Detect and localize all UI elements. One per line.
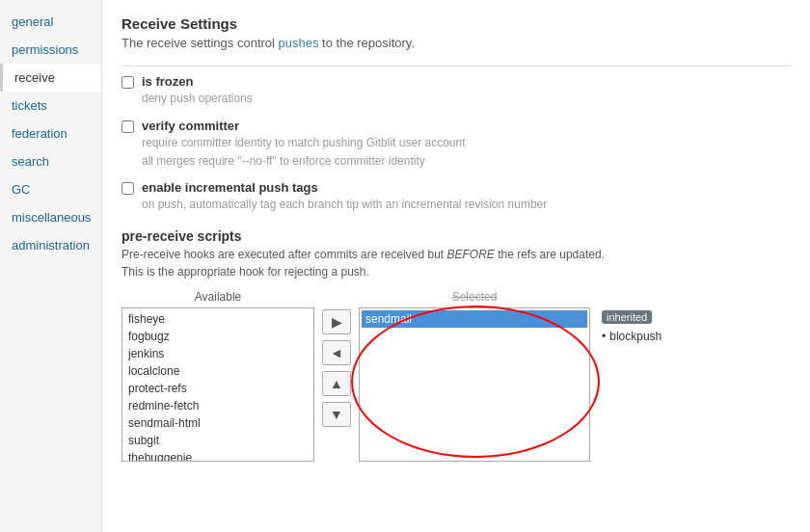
transfer-buttons: ▶ ◄ ▲ ▼	[314, 309, 359, 427]
sidebar-item-permissions[interactable]: permissions	[0, 36, 101, 64]
sidebar-item-federation[interactable]: federation	[0, 120, 101, 147]
scripts-container: Available fisheyefogbugzjenkinslocalclon…	[122, 290, 791, 462]
subtitle-highlight: pushes	[279, 36, 319, 50]
sidebar-item-administration[interactable]: administration	[0, 231, 101, 259]
list-item[interactable]: jenkins	[124, 345, 311, 362]
pre-receive-desc1: Pre-receive hooks are executed after com…	[122, 248, 791, 261]
list-item[interactable]: thebuggenie	[124, 449, 311, 462]
verify-committer-desc2: all merges require "--no-ff" to enforce …	[142, 153, 465, 170]
list-item[interactable]: subgit	[124, 432, 311, 449]
verify-committer-option: verify committer require committer ident…	[122, 119, 791, 170]
page-title: Receive Settings	[122, 15, 791, 32]
list-item[interactable]: fisheye	[124, 310, 311, 328]
sidebar: generalpermissionsreceiveticketsfederati…	[0, 0, 102, 532]
inherited-list: • blockpush	[602, 330, 662, 343]
selected-label: Selected	[452, 290, 498, 304]
subtitle-pre: The receive settings control	[122, 36, 279, 50]
verify-committer-desc1: require committer identity to match push…	[142, 135, 465, 151]
is-frozen-desc: deny push operations	[142, 91, 253, 107]
incremental-tags-label: enable incremental push tags	[142, 180, 547, 195]
list-item[interactable]: sendmail-html	[124, 414, 311, 432]
list-item[interactable]: redmine-fetch	[124, 397, 311, 414]
available-list[interactable]: fisheyefogbugzjenkinslocalcloneprotect-r…	[122, 307, 314, 462]
available-label: Available	[195, 290, 241, 304]
list-item[interactable]: localclone	[124, 362, 311, 380]
list-item[interactable]: protect-refs	[124, 380, 311, 397]
available-section: Available fisheyefogbugzjenkinslocalclon…	[122, 290, 314, 462]
sidebar-item-tickets[interactable]: tickets	[0, 92, 101, 120]
divider-1	[122, 66, 791, 66]
subtitle-post: to the repository.	[319, 36, 415, 50]
verify-committer-label: verify committer	[142, 119, 465, 133]
selected-section: Selected sendmail	[359, 290, 590, 462]
sidebar-item-search[interactable]: search	[0, 147, 101, 175]
list-item[interactable]: fogbugz	[124, 328, 311, 345]
move-up-button[interactable]: ▲	[322, 371, 351, 396]
incremental-tags-option: enable incremental push tags on push, au…	[122, 180, 791, 213]
incremental-tags-desc: on push, automatically tag each branch t…	[142, 197, 547, 213]
desc1-post: the refs are updated.	[495, 248, 605, 261]
inherited-item: • blockpush	[602, 330, 662, 343]
pre-receive-title: pre-receive scripts	[122, 228, 791, 244]
add-button[interactable]: ▶	[322, 309, 351, 334]
is-frozen-option: is frozen deny push operations	[122, 74, 791, 107]
move-down-button[interactable]: ▼	[322, 402, 351, 427]
bullet-icon: •	[602, 330, 606, 343]
verify-committer-checkbox[interactable]	[122, 120, 134, 133]
is-frozen-label: is frozen	[142, 74, 253, 89]
main-content: Receive Settings The receive settings co…	[102, 0, 810, 532]
desc1-em: BEFORE	[447, 248, 495, 261]
inherited-badge: inherited	[602, 310, 652, 324]
sidebar-item-gc[interactable]: GC	[0, 175, 101, 203]
incremental-tags-checkbox[interactable]	[122, 182, 134, 195]
is-frozen-checkbox[interactable]	[122, 76, 134, 89]
sidebar-item-general[interactable]: general	[0, 8, 101, 36]
page-subtitle: The receive settings control pushes to t…	[122, 36, 791, 50]
desc1-pre: Pre-receive hooks are executed after com…	[122, 248, 447, 261]
selected-list[interactable]: sendmail	[359, 307, 590, 462]
pre-receive-desc2: This is the appropriate hook for rejecti…	[122, 265, 791, 279]
remove-button[interactable]: ◄	[322, 340, 351, 365]
inherited-section: inherited • blockpush	[602, 309, 662, 343]
selected-list-item[interactable]: sendmail	[362, 310, 587, 328]
sidebar-item-receive[interactable]: receive	[0, 64, 101, 92]
sidebar-item-miscellaneous[interactable]: miscellaneous	[0, 203, 101, 231]
